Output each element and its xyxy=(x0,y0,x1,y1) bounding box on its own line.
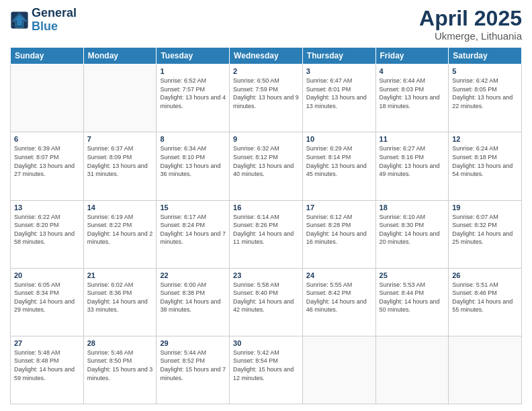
day-info: Sunrise: 5:46 AMSunset: 8:50 PMDaylight:… xyxy=(87,349,153,382)
day-info: Sunrise: 6:02 AMSunset: 8:36 PMDaylight:… xyxy=(87,281,153,314)
table-row: 20Sunrise: 6:05 AMSunset: 8:34 PMDayligh… xyxy=(11,268,84,336)
day-number: 15 xyxy=(160,203,226,212)
day-number: 4 xyxy=(380,67,445,75)
table-row: 7Sunrise: 6:37 AMSunset: 8:09 PMDaylight… xyxy=(83,132,157,200)
day-number: 10 xyxy=(306,135,372,143)
day-number: 9 xyxy=(233,135,299,143)
month-title: April 2025 xyxy=(419,7,522,30)
day-info: Sunrise: 6:07 AMSunset: 8:32 PMDaylight:… xyxy=(452,213,518,246)
day-info: Sunrise: 6:34 AMSunset: 8:10 PMDaylight:… xyxy=(160,144,226,178)
day-info: Sunrise: 6:50 AMSunset: 7:59 PMDaylight:… xyxy=(233,77,299,110)
col-tuesday: Tuesday xyxy=(157,48,230,64)
table-row: 23Sunrise: 5:58 AMSunset: 8:40 PMDayligh… xyxy=(230,268,303,336)
day-info: Sunrise: 5:44 AMSunset: 8:52 PMDaylight:… xyxy=(160,349,226,382)
day-number: 29 xyxy=(160,339,226,347)
day-info: Sunrise: 6:52 AMSunset: 7:57 PMDaylight:… xyxy=(160,77,226,110)
day-number: 30 xyxy=(233,339,299,347)
day-number: 14 xyxy=(87,203,153,212)
table-row: 13Sunrise: 6:22 AMSunset: 8:20 PMDayligh… xyxy=(11,200,84,268)
table-row: 11Sunrise: 6:27 AMSunset: 8:16 PMDayligh… xyxy=(375,132,449,200)
table-row: 29Sunrise: 5:44 AMSunset: 8:52 PMDayligh… xyxy=(157,336,230,404)
day-number: 23 xyxy=(233,271,299,279)
table-row xyxy=(449,336,522,404)
table-row: 14Sunrise: 6:19 AMSunset: 8:22 PMDayligh… xyxy=(83,200,157,268)
table-row: 9Sunrise: 6:32 AMSunset: 8:12 PMDaylight… xyxy=(230,132,303,200)
day-number: 3 xyxy=(306,67,372,75)
day-info: Sunrise: 6:14 AMSunset: 8:26 PMDaylight:… xyxy=(233,213,299,246)
day-number: 17 xyxy=(306,203,372,212)
table-row xyxy=(302,336,375,404)
calendar-header-row: Sunday Monday Tuesday Wednesday Thursday… xyxy=(11,48,522,64)
col-wednesday: Wednesday xyxy=(230,48,303,64)
logo: General Blue xyxy=(10,7,77,34)
page: General Blue April 2025 Ukmerge, Lithuan… xyxy=(0,0,532,411)
day-number: 24 xyxy=(306,271,372,279)
table-row: 1Sunrise: 6:52 AMSunset: 7:57 PMDaylight… xyxy=(157,64,230,132)
logo-text: General Blue xyxy=(32,7,77,34)
table-row: 3Sunrise: 6:47 AMSunset: 8:01 PMDaylight… xyxy=(302,64,375,132)
table-row: 5Sunrise: 6:42 AMSunset: 8:05 PMDaylight… xyxy=(449,64,522,132)
subtitle: Ukmerge, Lithuania xyxy=(419,30,522,42)
day-number: 5 xyxy=(452,67,518,75)
day-number: 16 xyxy=(233,203,299,212)
calendar: Sunday Monday Tuesday Wednesday Thursday… xyxy=(10,47,522,404)
day-number: 13 xyxy=(14,203,80,212)
day-info: Sunrise: 6:05 AMSunset: 8:34 PMDaylight:… xyxy=(14,281,80,314)
day-info: Sunrise: 6:10 AMSunset: 8:30 PMDaylight:… xyxy=(380,213,445,246)
day-info: Sunrise: 6:44 AMSunset: 8:03 PMDaylight:… xyxy=(380,77,445,110)
week-row-4: 27Sunrise: 5:48 AMSunset: 8:48 PMDayligh… xyxy=(11,336,522,404)
table-row xyxy=(375,336,449,404)
table-row: 15Sunrise: 6:17 AMSunset: 8:24 PMDayligh… xyxy=(157,200,230,268)
day-info: Sunrise: 6:47 AMSunset: 8:01 PMDaylight:… xyxy=(306,77,372,110)
day-number: 8 xyxy=(160,135,226,143)
logo-line1: General xyxy=(32,7,77,20)
day-info: Sunrise: 5:48 AMSunset: 8:48 PMDaylight:… xyxy=(14,349,80,382)
day-info: Sunrise: 6:32 AMSunset: 8:12 PMDaylight:… xyxy=(233,144,299,178)
table-row: 25Sunrise: 5:53 AMSunset: 8:44 PMDayligh… xyxy=(375,268,449,336)
table-row: 19Sunrise: 6:07 AMSunset: 8:32 PMDayligh… xyxy=(449,200,522,268)
logo-line2: Blue xyxy=(32,20,77,34)
day-number: 27 xyxy=(14,339,80,347)
header: General Blue April 2025 Ukmerge, Lithuan… xyxy=(10,7,522,42)
week-row-0: 1Sunrise: 6:52 AMSunset: 7:57 PMDaylight… xyxy=(11,64,522,132)
table-row: 10Sunrise: 6:29 AMSunset: 8:14 PMDayligh… xyxy=(302,132,375,200)
table-row: 30Sunrise: 5:42 AMSunset: 8:54 PMDayligh… xyxy=(230,336,303,404)
week-row-1: 6Sunrise: 6:39 AMSunset: 8:07 PMDaylight… xyxy=(11,132,522,200)
table-row: 16Sunrise: 6:14 AMSunset: 8:26 PMDayligh… xyxy=(230,200,303,268)
day-info: Sunrise: 5:58 AMSunset: 8:40 PMDaylight:… xyxy=(233,281,299,314)
table-row: 17Sunrise: 6:12 AMSunset: 8:28 PMDayligh… xyxy=(302,200,375,268)
table-row: 22Sunrise: 6:00 AMSunset: 8:38 PMDayligh… xyxy=(157,268,230,336)
day-info: Sunrise: 5:51 AMSunset: 8:46 PMDaylight:… xyxy=(452,281,518,314)
table-row: 27Sunrise: 5:48 AMSunset: 8:48 PMDayligh… xyxy=(11,336,84,404)
day-number: 6 xyxy=(14,135,80,143)
day-info: Sunrise: 5:53 AMSunset: 8:44 PMDaylight:… xyxy=(380,281,445,314)
table-row: 2Sunrise: 6:50 AMSunset: 7:59 PMDaylight… xyxy=(230,64,303,132)
table-row: 21Sunrise: 6:02 AMSunset: 8:36 PMDayligh… xyxy=(83,268,157,336)
table-row: 24Sunrise: 5:55 AMSunset: 8:42 PMDayligh… xyxy=(302,268,375,336)
day-number: 18 xyxy=(380,203,445,212)
day-info: Sunrise: 6:19 AMSunset: 8:22 PMDaylight:… xyxy=(87,213,153,246)
day-info: Sunrise: 6:12 AMSunset: 8:28 PMDaylight:… xyxy=(306,213,372,246)
table-row: 6Sunrise: 6:39 AMSunset: 8:07 PMDaylight… xyxy=(11,132,84,200)
day-info: Sunrise: 6:27 AMSunset: 8:16 PMDaylight:… xyxy=(380,144,445,178)
table-row xyxy=(83,64,157,132)
table-row: 4Sunrise: 6:44 AMSunset: 8:03 PMDaylight… xyxy=(375,64,449,132)
day-number: 1 xyxy=(160,67,226,75)
day-number: 12 xyxy=(452,135,518,143)
day-info: Sunrise: 6:00 AMSunset: 8:38 PMDaylight:… xyxy=(160,281,226,314)
day-info: Sunrise: 6:29 AMSunset: 8:14 PMDaylight:… xyxy=(306,144,372,178)
day-info: Sunrise: 6:22 AMSunset: 8:20 PMDaylight:… xyxy=(14,213,80,246)
day-info: Sunrise: 5:55 AMSunset: 8:42 PMDaylight:… xyxy=(306,281,372,314)
table-row: 28Sunrise: 5:46 AMSunset: 8:50 PMDayligh… xyxy=(83,336,157,404)
table-row: 26Sunrise: 5:51 AMSunset: 8:46 PMDayligh… xyxy=(449,268,522,336)
day-number: 28 xyxy=(87,339,153,347)
day-info: Sunrise: 6:42 AMSunset: 8:05 PMDaylight:… xyxy=(452,77,518,110)
day-info: Sunrise: 6:24 AMSunset: 8:18 PMDaylight:… xyxy=(452,144,518,178)
col-friday: Friday xyxy=(375,48,449,64)
day-number: 22 xyxy=(160,271,226,279)
table-row xyxy=(11,64,84,132)
day-number: 7 xyxy=(87,135,153,143)
week-row-3: 20Sunrise: 6:05 AMSunset: 8:34 PMDayligh… xyxy=(11,268,522,336)
logo-icon xyxy=(10,11,29,30)
day-info: Sunrise: 5:42 AMSunset: 8:54 PMDaylight:… xyxy=(233,349,299,382)
